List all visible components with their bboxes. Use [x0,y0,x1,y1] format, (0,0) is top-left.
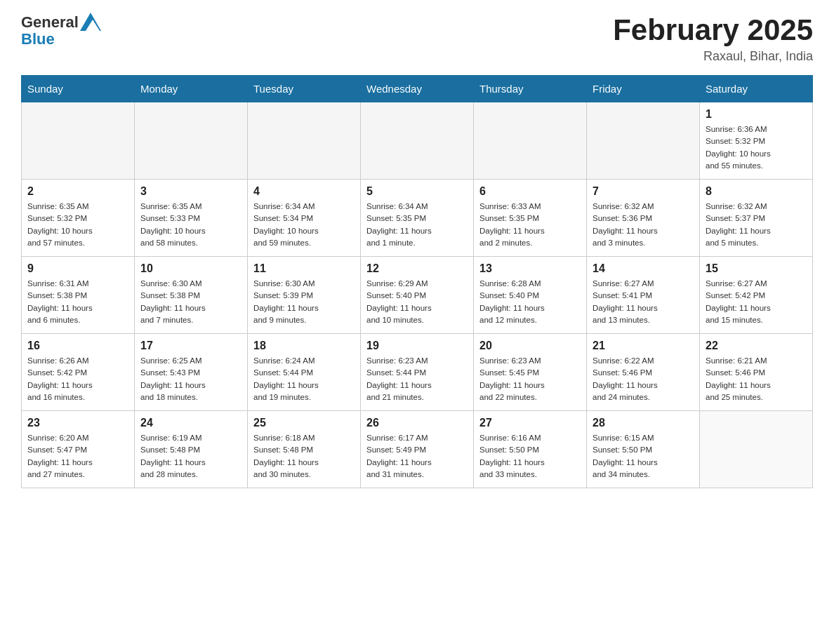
calendar-cell: 5Sunrise: 6:34 AM Sunset: 5:35 PM Daylig… [361,180,474,257]
day-number: 22 [706,340,807,352]
day-number: 15 [706,262,807,275]
calendar-cell [474,102,587,180]
calendar-cell: 27Sunrise: 6:16 AM Sunset: 5:50 PM Dayli… [474,411,587,488]
calendar-cell: 12Sunrise: 6:29 AM Sunset: 5:40 PM Dayli… [361,257,474,334]
day-info: Sunrise: 6:31 AM Sunset: 5:38 PM Dayligh… [27,278,128,326]
day-info: Sunrise: 6:26 AM Sunset: 5:42 PM Dayligh… [27,355,128,403]
day-number: 28 [593,417,694,429]
day-of-week-wednesday: Wednesday [361,76,474,102]
calendar-cell: 18Sunrise: 6:24 AM Sunset: 5:44 PM Dayli… [248,334,361,411]
calendar-cell: 2Sunrise: 6:35 AM Sunset: 5:32 PM Daylig… [22,180,135,257]
calendar-cell [22,102,135,180]
calendar-cell [248,102,361,180]
day-info: Sunrise: 6:35 AM Sunset: 5:33 PM Dayligh… [140,201,241,249]
day-number: 16 [27,340,128,352]
calendar-cell: 9Sunrise: 6:31 AM Sunset: 5:38 PM Daylig… [22,257,135,334]
calendar-cell: 19Sunrise: 6:23 AM Sunset: 5:44 PM Dayli… [361,334,474,411]
day-number: 13 [479,262,581,275]
day-info: Sunrise: 6:29 AM Sunset: 5:40 PM Dayligh… [366,278,468,326]
day-number: 17 [140,340,241,352]
calendar-cell: 7Sunrise: 6:32 AM Sunset: 5:36 PM Daylig… [587,180,700,257]
calendar-cell: 28Sunrise: 6:15 AM Sunset: 5:50 PM Dayli… [587,411,700,488]
day-info: Sunrise: 6:33 AM Sunset: 5:35 PM Dayligh… [479,201,581,249]
day-info: Sunrise: 6:25 AM Sunset: 5:43 PM Dayligh… [140,355,241,403]
calendar-cell [135,102,248,180]
calendar-cell: 6Sunrise: 6:33 AM Sunset: 5:35 PM Daylig… [474,180,587,257]
calendar-cell: 22Sunrise: 6:21 AM Sunset: 5:46 PM Dayli… [700,334,813,411]
day-number: 4 [253,185,355,198]
calendar-title: February 2025 [613,14,813,46]
calendar-cell: 13Sunrise: 6:28 AM Sunset: 5:40 PM Dayli… [474,257,587,334]
calendar-header: SundayMondayTuesdayWednesdayThursdayFrid… [22,76,813,102]
day-info: Sunrise: 6:16 AM Sunset: 5:50 PM Dayligh… [479,432,581,481]
calendar-cell [700,411,813,488]
day-number: 20 [479,340,581,352]
calendar-body: 1Sunrise: 6:36 AM Sunset: 5:32 PM Daylig… [22,102,813,488]
day-of-week-sunday: Sunday [22,76,135,102]
day-number: 18 [253,340,355,352]
day-info: Sunrise: 6:34 AM Sunset: 5:35 PM Dayligh… [366,201,468,249]
day-number: 5 [366,185,468,198]
day-info: Sunrise: 6:21 AM Sunset: 5:46 PM Dayligh… [706,355,807,403]
calendar-cell: 17Sunrise: 6:25 AM Sunset: 5:43 PM Dayli… [135,334,248,411]
day-of-week-tuesday: Tuesday [248,76,361,102]
calendar-cell: 15Sunrise: 6:27 AM Sunset: 5:42 PM Dayli… [700,257,813,334]
title-block: February 2025 Raxaul, Bihar, India [613,14,813,64]
day-number: 3 [140,185,241,198]
day-number: 8 [706,185,807,198]
day-info: Sunrise: 6:17 AM Sunset: 5:49 PM Dayligh… [366,432,468,481]
day-number: 1 [706,108,807,121]
day-number: 19 [366,340,468,352]
days-of-week-row: SundayMondayTuesdayWednesdayThursdayFrid… [22,76,813,102]
logo: General Blue [21,14,101,48]
day-number: 26 [366,417,468,429]
calendar-cell: 16Sunrise: 6:26 AM Sunset: 5:42 PM Dayli… [22,334,135,411]
calendar-cell: 23Sunrise: 6:20 AM Sunset: 5:47 PM Dayli… [22,411,135,488]
day-info: Sunrise: 6:30 AM Sunset: 5:38 PM Dayligh… [140,278,241,326]
calendar-cell: 4Sunrise: 6:34 AM Sunset: 5:34 PM Daylig… [248,180,361,257]
logo-blue-text: Blue [21,31,101,48]
calendar-table: SundayMondayTuesdayWednesdayThursdayFrid… [21,75,813,488]
day-info: Sunrise: 6:27 AM Sunset: 5:41 PM Dayligh… [593,278,694,326]
calendar-cell [587,102,700,180]
calendar-cell: 20Sunrise: 6:23 AM Sunset: 5:45 PM Dayli… [474,334,587,411]
day-number: 25 [253,417,355,429]
page-header: General Blue February 2025 Raxaul, Bihar… [21,14,813,64]
calendar-week-1: 1Sunrise: 6:36 AM Sunset: 5:32 PM Daylig… [22,102,813,180]
day-info: Sunrise: 6:20 AM Sunset: 5:47 PM Dayligh… [27,432,128,481]
day-number: 23 [27,417,128,429]
day-info: Sunrise: 6:23 AM Sunset: 5:44 PM Dayligh… [366,355,468,403]
calendar-week-5: 23Sunrise: 6:20 AM Sunset: 5:47 PM Dayli… [22,411,813,488]
calendar-cell: 14Sunrise: 6:27 AM Sunset: 5:41 PM Dayli… [587,257,700,334]
day-info: Sunrise: 6:35 AM Sunset: 5:32 PM Dayligh… [27,201,128,249]
day-info: Sunrise: 6:24 AM Sunset: 5:44 PM Dayligh… [253,355,355,403]
day-info: Sunrise: 6:22 AM Sunset: 5:46 PM Dayligh… [593,355,694,403]
calendar-cell: 24Sunrise: 6:19 AM Sunset: 5:48 PM Dayli… [135,411,248,488]
calendar-cell: 21Sunrise: 6:22 AM Sunset: 5:46 PM Dayli… [587,334,700,411]
calendar-cell: 3Sunrise: 6:35 AM Sunset: 5:33 PM Daylig… [135,180,248,257]
day-info: Sunrise: 6:23 AM Sunset: 5:45 PM Dayligh… [479,355,581,403]
calendar-week-3: 9Sunrise: 6:31 AM Sunset: 5:38 PM Daylig… [22,257,813,334]
day-info: Sunrise: 6:32 AM Sunset: 5:37 PM Dayligh… [706,201,807,249]
calendar-cell: 26Sunrise: 6:17 AM Sunset: 5:49 PM Dayli… [361,411,474,488]
day-number: 12 [366,262,468,275]
day-number: 10 [140,262,241,275]
logo-icon [80,13,101,31]
calendar-cell [361,102,474,180]
calendar-cell: 11Sunrise: 6:30 AM Sunset: 5:39 PM Dayli… [248,257,361,334]
day-number: 21 [593,340,694,352]
day-of-week-saturday: Saturday [700,76,813,102]
day-of-week-friday: Friday [587,76,700,102]
day-number: 2 [27,185,128,198]
day-of-week-monday: Monday [135,76,248,102]
calendar-cell: 1Sunrise: 6:36 AM Sunset: 5:32 PM Daylig… [700,102,813,180]
day-number: 24 [140,417,241,429]
calendar-cell: 8Sunrise: 6:32 AM Sunset: 5:37 PM Daylig… [700,180,813,257]
day-info: Sunrise: 6:34 AM Sunset: 5:34 PM Dayligh… [253,201,355,249]
day-info: Sunrise: 6:27 AM Sunset: 5:42 PM Dayligh… [706,278,807,326]
day-number: 7 [593,185,694,198]
calendar-subtitle: Raxaul, Bihar, India [613,49,813,64]
calendar-week-2: 2Sunrise: 6:35 AM Sunset: 5:32 PM Daylig… [22,180,813,257]
day-number: 11 [253,262,355,275]
day-number: 6 [479,185,581,198]
